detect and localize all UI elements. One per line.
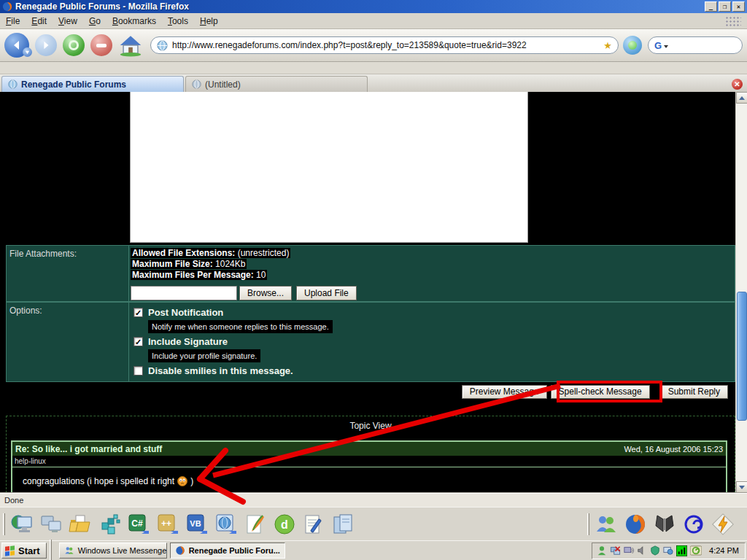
home-button[interactable] (118, 34, 143, 57)
tray-audio-box-icon[interactable] (690, 545, 702, 556)
submit-reply-button[interactable]: Submit Reply (660, 385, 728, 399)
svg-text:++: ++ (161, 518, 171, 529)
post-subject[interactable]: Re: So like... i got married and stuff (15, 444, 624, 454)
search-engine-dropdown-icon[interactable] (664, 45, 668, 48)
tray-wireless-icon[interactable] (676, 545, 687, 556)
web-project-icon[interactable] (214, 512, 239, 537)
menu-edit[interactable]: Edit (26, 14, 53, 28)
quick-launch-toolbar: C# ++ VB d (0, 507, 747, 540)
vs-cubes-icon[interactable] (97, 512, 122, 537)
url-input[interactable]: http://www.renegadeforums.com/index.php?… (172, 40, 600, 50)
visual-basic-icon[interactable]: VB (185, 512, 209, 537)
firefox-icon[interactable] (623, 512, 648, 537)
internet-computer-icon[interactable] (9, 512, 34, 537)
file-attachments-label: File Attachments: (7, 246, 129, 301)
post-date: Wed, 16 August 2006 15:23 (624, 445, 723, 454)
blue-notepads-icon[interactable] (330, 512, 355, 537)
vertical-scrollbar[interactable] (735, 92, 747, 493)
menu-help[interactable]: Help (194, 14, 224, 28)
open-folder-icon[interactable] (68, 512, 93, 537)
navigation-toolbar: http://www.renegadeforums.com/index.php?… (0, 29, 747, 62)
post-author[interactable]: help-linux (12, 456, 726, 467)
toolbar-grip[interactable] (587, 513, 589, 535)
browse-button[interactable]: Browse... (239, 286, 292, 300)
reload-button[interactable] (63, 34, 85, 56)
visual-csharp-icon[interactable]: C# (126, 512, 151, 537)
minimize-button[interactable]: _ (705, 1, 717, 12)
start-button[interactable]: Start (1, 542, 47, 559)
tab-close-icon[interactable]: ✕ (732, 79, 743, 90)
upload-file-button[interactable]: Upload File (296, 286, 357, 300)
tray-monitor-globe-icon[interactable] (663, 545, 673, 556)
tray-shield-icon[interactable] (650, 545, 660, 556)
task-renegade-forums[interactable]: Renegade Public Foru... (170, 542, 285, 559)
winamp-icon[interactable] (711, 512, 735, 537)
confused-smiley-icon (177, 476, 187, 486)
post-message: congragulations (i hope i spelled it rig… (12, 467, 726, 486)
forward-button[interactable] (35, 34, 57, 56)
bookmark-star-icon[interactable]: ★ (603, 40, 612, 51)
menu-go[interactable]: Go (83, 14, 107, 28)
stop-button[interactable] (90, 34, 112, 56)
menu-tools[interactable]: Tools (162, 14, 194, 28)
browser-viewport: File Attachments: Allowed File Extension… (0, 92, 747, 493)
spellcheck-message-button[interactable]: Spell-check Message (551, 385, 650, 399)
include-signature-checkbox[interactable]: ✓ (133, 337, 143, 346)
menu-bookmarks[interactable]: Bookmarks (107, 14, 162, 28)
visual-cpp-icon[interactable]: ++ (155, 512, 180, 537)
tray-person-icon[interactable] (597, 545, 607, 556)
scrollbar-thumb[interactable] (737, 292, 747, 421)
menu-view[interactable]: View (53, 14, 83, 28)
tray-monitor-audio-icon[interactable] (624, 545, 634, 556)
scroll-down-button[interactable] (736, 481, 747, 493)
include-signature-label: Include Signature (148, 336, 228, 347)
max-file-size-line: Maximum File Size: 1024Kb (131, 259, 247, 269)
notepad-pen-icon[interactable] (301, 512, 326, 537)
window-title: Renegade Public Forums - Mozilla Firefox (15, 1, 703, 12)
post-header: Re: So like... i got married and stuff W… (12, 442, 726, 456)
scroll-up-button[interactable] (736, 92, 747, 104)
network-computers-icon[interactable] (39, 512, 63, 537)
tab-bar: Renegade Public Forums (Untitled) ✕ (0, 74, 747, 92)
search-input[interactable]: G (648, 36, 743, 54)
svg-text:VB: VB (190, 519, 201, 528)
firefox-icon (175, 545, 185, 556)
forum-post: Re: So like... i got married and stuff W… (11, 440, 727, 493)
green-d-icon[interactable]: d (272, 512, 297, 537)
tab-untitled[interactable]: (Untitled) (185, 76, 368, 92)
blue-swirl-icon[interactable] (681, 512, 706, 537)
tray-network-x-icon[interactable] (610, 545, 621, 556)
url-bar[interactable]: http://www.renegadeforums.com/index.php?… (150, 36, 619, 54)
feather-page-icon[interactable] (243, 512, 268, 537)
close-button[interactable]: ✕ (732, 1, 745, 12)
messenger-people-icon[interactable] (594, 512, 619, 537)
windows-flag-icon (5, 545, 15, 556)
max-files-line: Maximum Files Per Message: 10 (131, 270, 267, 280)
system-tray: 4:24 PM (592, 542, 746, 559)
restore-button[interactable]: ❐ (719, 1, 731, 12)
task-windows-live-messenger[interactable]: Windows Live Messenger (59, 542, 167, 559)
tray-speaker-icon[interactable] (637, 545, 647, 556)
preview-message-button[interactable]: Preview Message (462, 385, 547, 399)
status-text: Done (0, 496, 23, 505)
taskbar-grip[interactable] (50, 540, 52, 560)
taskbar-clock[interactable]: 4:24 PM (709, 546, 739, 555)
chevron-down-icon (25, 50, 30, 55)
toolbar-grip[interactable] (3, 513, 5, 535)
disable-smilies-checkbox[interactable]: ✓ (133, 366, 143, 376)
message-body-textarea[interactable] (130, 92, 528, 243)
topic-view-box: Topic View Re: So like... i got married … (6, 416, 735, 493)
back-button[interactable] (4, 33, 29, 58)
forward-icon (41, 40, 51, 50)
post-notification-checkbox[interactable]: ✓ (133, 308, 143, 317)
go-icon (628, 41, 637, 50)
tab-renegade-forums[interactable]: Renegade Public Forums (1, 76, 184, 92)
home-icon (118, 34, 143, 57)
svg-text:d: d (281, 518, 288, 531)
menu-file[interactable]: File (0, 14, 26, 28)
go-button[interactable] (623, 36, 642, 55)
dark-armor-icon[interactable] (652, 512, 677, 537)
back-history-dropdown[interactable] (23, 47, 32, 57)
file-path-input[interactable] (131, 286, 237, 300)
bookmarks-toolbar (0, 62, 747, 74)
